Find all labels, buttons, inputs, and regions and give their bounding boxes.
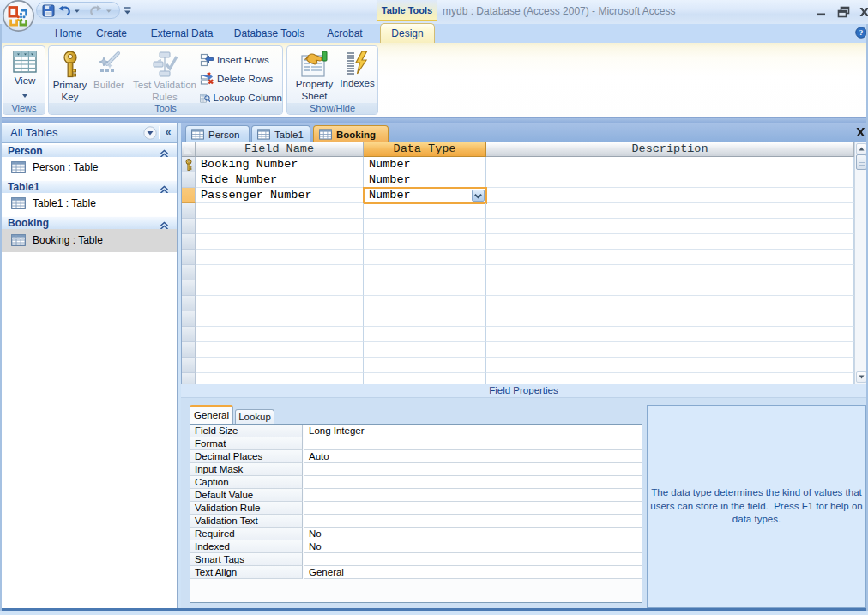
property-value[interactable]: No xyxy=(304,528,642,540)
nav-group-table1[interactable]: Table1 xyxy=(2,180,177,193)
property-row-required[interactable]: Required No xyxy=(190,528,642,540)
tab-external-data[interactable]: External Data xyxy=(142,24,221,43)
property-value[interactable]: General xyxy=(304,566,642,579)
description-cell[interactable] xyxy=(486,327,854,342)
nav-item-person-table[interactable]: Person : Table xyxy=(2,157,177,178)
data-type-cell[interactable] xyxy=(364,280,486,296)
property-row-input-mask[interactable]: Input Mask xyxy=(190,463,642,476)
row-selector[interactable] xyxy=(182,172,196,188)
field-name-cell[interactable] xyxy=(196,311,364,327)
indexes-button[interactable]: Indexes xyxy=(338,49,377,88)
row-selector[interactable] xyxy=(182,250,196,265)
field-name-cell[interactable] xyxy=(196,234,364,250)
row-selector-current[interactable] xyxy=(182,188,196,203)
property-row-default-value[interactable]: Default Value xyxy=(190,489,642,502)
property-row-validation-text[interactable]: Validation Text xyxy=(190,515,642,528)
row-selector[interactable] xyxy=(182,327,196,342)
nav-pane-shutter-button[interactable]: « xyxy=(161,125,175,140)
description-cell[interactable] xyxy=(486,172,854,188)
row-selector[interactable] xyxy=(182,234,196,250)
property-row-field-size[interactable]: Field Size Long Integer xyxy=(190,425,642,437)
property-row-indexed[interactable]: Indexed No xyxy=(190,540,642,553)
property-value[interactable]: No xyxy=(304,540,642,553)
field-name-cell[interactable] xyxy=(196,296,364,311)
description-cell[interactable] xyxy=(486,373,854,384)
grid-corner-cell[interactable] xyxy=(182,142,196,157)
property-value[interactable] xyxy=(304,476,642,489)
undo-icon[interactable] xyxy=(57,4,71,17)
doc-tab-table1[interactable]: Table1 xyxy=(251,125,310,142)
tab-database-tools[interactable]: Database Tools xyxy=(226,24,312,43)
property-row-smart-tags[interactable]: Smart Tags xyxy=(190,553,642,566)
scroll-down-button[interactable] xyxy=(856,371,866,383)
close-button[interactable] xyxy=(858,5,868,19)
data-type-cell[interactable]: Number xyxy=(364,172,486,188)
property-value[interactable] xyxy=(304,437,642,450)
row-selector[interactable] xyxy=(182,342,196,358)
data-type-cell[interactable] xyxy=(364,219,486,234)
collapse-group-icon[interactable] xyxy=(160,219,169,228)
description-cell[interactable] xyxy=(486,219,854,234)
field-name-cell[interactable]: Booking Number xyxy=(196,157,364,172)
help-button[interactable]: ? xyxy=(855,27,867,39)
minimize-button[interactable] xyxy=(815,5,829,19)
tab-acrobat[interactable]: Acrobat xyxy=(321,24,369,43)
column-header-description[interactable]: Description xyxy=(486,142,854,157)
field-name-cell[interactable]: Ride Number xyxy=(196,172,364,188)
field-name-cell[interactable] xyxy=(196,358,364,373)
field-name-cell[interactable] xyxy=(196,219,364,234)
field-name-cell[interactable] xyxy=(196,342,364,358)
data-type-cell[interactable] xyxy=(364,373,486,384)
field-name-cell[interactable] xyxy=(196,280,364,296)
tab-general-active[interactable]: General xyxy=(190,405,233,424)
property-row-text-align[interactable]: Text Align General xyxy=(190,566,642,579)
description-cell[interactable] xyxy=(486,157,854,172)
doc-tab-booking-active[interactable]: Booking xyxy=(313,125,389,142)
data-type-cell[interactable]: Number xyxy=(364,157,486,172)
row-selector[interactable] xyxy=(182,265,196,280)
data-type-cell[interactable] xyxy=(364,327,486,342)
description-cell[interactable] xyxy=(486,342,854,358)
row-selector[interactable] xyxy=(182,219,196,234)
description-cell[interactable] xyxy=(486,188,854,203)
field-name-cell[interactable]: Passenger Number xyxy=(196,188,364,203)
tab-create[interactable]: Create xyxy=(92,24,131,43)
description-cell[interactable] xyxy=(486,311,854,327)
doc-close-button[interactable] xyxy=(855,126,866,138)
property-value[interactable] xyxy=(304,489,642,502)
nav-group-booking[interactable]: Booking xyxy=(2,216,177,229)
description-cell[interactable] xyxy=(486,203,854,219)
property-sheet-button[interactable]: Property Sheet xyxy=(291,49,338,101)
property-value[interactable] xyxy=(304,515,642,528)
office-button[interactable] xyxy=(3,0,34,32)
insert-rows-button[interactable]: Insert Rows xyxy=(200,51,282,69)
property-value[interactable] xyxy=(304,463,642,476)
property-value[interactable]: Long Integer xyxy=(304,425,642,437)
nav-pane-header[interactable]: All Tables « xyxy=(2,123,177,143)
property-row-validation-rule[interactable]: Validation Rule xyxy=(190,502,642,515)
data-type-cell[interactable] xyxy=(364,203,486,219)
vertical-scrollbar[interactable] xyxy=(854,142,866,384)
property-row-format[interactable]: Format xyxy=(190,437,642,450)
property-value[interactable]: Auto xyxy=(304,450,642,463)
property-row-decimal-places[interactable]: Decimal Places Auto xyxy=(190,450,642,463)
data-type-cell[interactable] xyxy=(364,296,486,311)
column-header-data-type[interactable]: Data Type xyxy=(364,142,486,157)
row-selector[interactable] xyxy=(182,311,196,327)
property-value[interactable] xyxy=(304,553,642,566)
description-cell[interactable] xyxy=(486,265,854,280)
data-type-cell[interactable] xyxy=(364,265,486,280)
doc-tab-person[interactable]: Person xyxy=(185,125,250,142)
nav-group-person[interactable]: Person xyxy=(2,144,177,157)
collapse-group-icon[interactable] xyxy=(160,183,169,192)
data-type-cell[interactable] xyxy=(364,250,486,265)
description-cell[interactable] xyxy=(486,250,854,265)
scroll-up-button[interactable] xyxy=(856,143,866,154)
undo-dropdown-icon[interactable] xyxy=(74,4,81,17)
scrollbar-thumb[interactable] xyxy=(856,154,866,170)
field-name-cell[interactable] xyxy=(196,203,364,219)
description-cell[interactable] xyxy=(486,280,854,296)
nav-item-booking-table[interactable]: Booking : Table xyxy=(2,229,177,252)
restore-button[interactable] xyxy=(837,5,851,19)
description-cell[interactable] xyxy=(486,358,854,373)
